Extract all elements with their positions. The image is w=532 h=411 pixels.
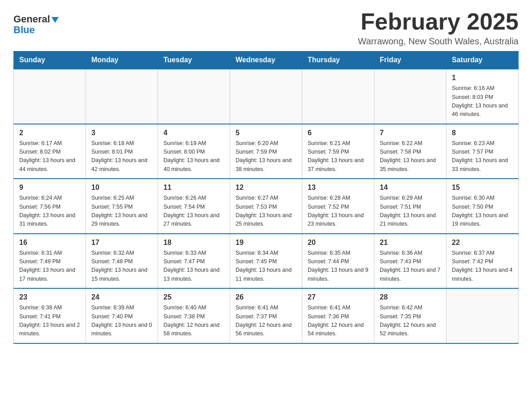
day-number: 12 (236, 184, 296, 192)
table-row: 20Sunrise: 6:35 AMSunset: 7:44 PMDayligh… (302, 234, 374, 289)
day-info: Sunrise: 6:41 AMSunset: 7:36 PMDaylight:… (308, 304, 369, 338)
calendar-week-row: 2Sunrise: 6:17 AMSunset: 8:02 PMDaylight… (14, 124, 519, 179)
table-row: 18Sunrise: 6:33 AMSunset: 7:47 PMDayligh… (158, 234, 230, 289)
day-info: Sunrise: 6:37 AMSunset: 7:42 PMDaylight:… (452, 249, 513, 284)
calendar-week-row: 23Sunrise: 6:38 AMSunset: 7:41 PMDayligh… (14, 288, 519, 343)
day-number: 21 (380, 239, 441, 247)
table-row: 21Sunrise: 6:36 AMSunset: 7:43 PMDayligh… (374, 234, 446, 289)
logo-triangle-icon (51, 17, 59, 23)
logo-blue-text: Blue (13, 24, 35, 36)
day-info: Sunrise: 6:23 AMSunset: 7:57 PMDaylight:… (452, 139, 513, 174)
day-number: 9 (19, 184, 80, 192)
table-row: 1Sunrise: 6:16 AMSunset: 8:03 PMDaylight… (446, 69, 519, 124)
calendar-week-row: 9Sunrise: 6:24 AMSunset: 7:56 PMDaylight… (14, 179, 519, 234)
day-number: 17 (91, 239, 152, 247)
table-row: 9Sunrise: 6:24 AMSunset: 7:56 PMDaylight… (14, 179, 86, 234)
day-info: Sunrise: 6:26 AMSunset: 7:54 PMDaylight:… (163, 194, 224, 229)
day-number: 6 (308, 129, 369, 137)
table-row: 13Sunrise: 6:28 AMSunset: 7:52 PMDayligh… (302, 179, 374, 234)
day-info: Sunrise: 6:24 AMSunset: 7:56 PMDaylight:… (19, 194, 80, 229)
day-info: Sunrise: 6:28 AMSunset: 7:52 PMDaylight:… (308, 194, 369, 229)
table-row: 16Sunrise: 6:31 AMSunset: 7:49 PMDayligh… (14, 234, 86, 289)
day-number: 2 (19, 129, 80, 137)
table-row: 11Sunrise: 6:26 AMSunset: 7:54 PMDayligh… (158, 179, 230, 234)
table-row: 4Sunrise: 6:19 AMSunset: 8:00 PMDaylight… (158, 124, 230, 179)
day-number: 28 (380, 293, 441, 301)
day-number: 23 (19, 293, 80, 301)
col-tuesday: Tuesday (158, 51, 230, 69)
table-row: 5Sunrise: 6:20 AMSunset: 7:59 PMDaylight… (230, 124, 302, 179)
table-row: 23Sunrise: 6:38 AMSunset: 7:41 PMDayligh… (14, 288, 86, 343)
day-info: Sunrise: 6:25 AMSunset: 7:55 PMDaylight:… (91, 194, 152, 229)
col-thursday: Thursday (302, 51, 374, 69)
day-info: Sunrise: 6:32 AMSunset: 7:48 PMDaylight:… (91, 249, 152, 284)
day-info: Sunrise: 6:38 AMSunset: 7:41 PMDaylight:… (19, 304, 80, 338)
day-info: Sunrise: 6:33 AMSunset: 7:47 PMDaylight:… (163, 249, 224, 284)
table-row: 3Sunrise: 6:18 AMSunset: 8:01 PMDaylight… (86, 124, 158, 179)
day-info: Sunrise: 6:30 AMSunset: 7:50 PMDaylight:… (452, 194, 513, 229)
table-row (446, 288, 519, 343)
table-row: 8Sunrise: 6:23 AMSunset: 7:57 PMDaylight… (446, 124, 519, 179)
day-info: Sunrise: 6:36 AMSunset: 7:43 PMDaylight:… (380, 249, 441, 284)
day-number: 26 (236, 293, 296, 301)
table-row: 2Sunrise: 6:17 AMSunset: 8:02 PMDaylight… (14, 124, 86, 179)
day-number: 8 (452, 129, 513, 137)
day-info: Sunrise: 6:42 AMSunset: 7:35 PMDaylight:… (380, 304, 441, 338)
table-row: 17Sunrise: 6:32 AMSunset: 7:48 PMDayligh… (86, 234, 158, 289)
calendar-table: Sunday Monday Tuesday Wednesday Thursday… (13, 51, 519, 344)
day-number: 13 (308, 184, 369, 192)
day-number: 24 (91, 293, 152, 301)
day-number: 16 (19, 239, 80, 247)
table-row (374, 69, 446, 124)
day-info: Sunrise: 6:21 AMSunset: 7:59 PMDaylight:… (308, 139, 369, 174)
table-row: 28Sunrise: 6:42 AMSunset: 7:35 PMDayligh… (374, 288, 446, 343)
table-row: 6Sunrise: 6:21 AMSunset: 7:59 PMDaylight… (302, 124, 374, 179)
day-info: Sunrise: 6:18 AMSunset: 8:01 PMDaylight:… (91, 139, 152, 174)
logo-general-text: General (13, 13, 50, 25)
day-info: Sunrise: 6:40 AMSunset: 7:38 PMDaylight:… (163, 304, 224, 338)
day-number: 14 (380, 184, 441, 192)
day-info: Sunrise: 6:27 AMSunset: 7:53 PMDaylight:… (236, 194, 296, 229)
col-monday: Monday (86, 51, 158, 69)
table-row (230, 69, 302, 124)
table-row: 14Sunrise: 6:29 AMSunset: 7:51 PMDayligh… (374, 179, 446, 234)
calendar-subtitle: Warrawong, New South Wales, Australia (358, 36, 519, 47)
table-row: 7Sunrise: 6:22 AMSunset: 7:58 PMDaylight… (374, 124, 446, 179)
page-header: General Blue February 2025 Warrawong, Ne… (13, 9, 519, 47)
table-row: 12Sunrise: 6:27 AMSunset: 7:53 PMDayligh… (230, 179, 302, 234)
calendar-week-row: 1Sunrise: 6:16 AMSunset: 8:03 PMDaylight… (14, 69, 519, 124)
day-number: 27 (308, 293, 369, 301)
day-info: Sunrise: 6:17 AMSunset: 8:02 PMDaylight:… (19, 139, 80, 174)
day-number: 1 (452, 74, 513, 82)
day-info: Sunrise: 6:34 AMSunset: 7:45 PMDaylight:… (236, 249, 296, 284)
day-info: Sunrise: 6:31 AMSunset: 7:49 PMDaylight:… (19, 249, 80, 284)
day-info: Sunrise: 6:19 AMSunset: 8:00 PMDaylight:… (163, 139, 224, 174)
day-number: 3 (91, 129, 152, 137)
day-info: Sunrise: 6:39 AMSunset: 7:40 PMDaylight:… (91, 304, 152, 338)
calendar-header-row: Sunday Monday Tuesday Wednesday Thursday… (14, 51, 519, 69)
day-number: 22 (452, 239, 513, 247)
day-info: Sunrise: 6:41 AMSunset: 7:37 PMDaylight:… (236, 304, 296, 338)
day-number: 4 (163, 129, 224, 137)
day-number: 25 (163, 293, 224, 301)
col-wednesday: Wednesday (230, 51, 302, 69)
calendar-week-row: 16Sunrise: 6:31 AMSunset: 7:49 PMDayligh… (14, 234, 519, 289)
day-number: 19 (236, 239, 296, 247)
table-row: 22Sunrise: 6:37 AMSunset: 7:42 PMDayligh… (446, 234, 519, 289)
day-info: Sunrise: 6:22 AMSunset: 7:58 PMDaylight:… (380, 139, 441, 174)
table-row (14, 69, 86, 124)
col-sunday: Sunday (14, 51, 86, 69)
title-section: February 2025 Warrawong, New South Wales… (358, 9, 519, 47)
day-number: 5 (236, 129, 296, 137)
table-row: 26Sunrise: 6:41 AMSunset: 7:37 PMDayligh… (230, 288, 302, 343)
table-row (86, 69, 158, 124)
table-row: 27Sunrise: 6:41 AMSunset: 7:36 PMDayligh… (302, 288, 374, 343)
day-number: 20 (308, 239, 369, 247)
day-info: Sunrise: 6:20 AMSunset: 7:59 PMDaylight:… (236, 139, 296, 174)
day-number: 11 (163, 184, 224, 192)
day-number: 7 (380, 129, 441, 137)
col-saturday: Saturday (446, 51, 519, 69)
calendar-title: February 2025 (358, 9, 519, 34)
table-row: 19Sunrise: 6:34 AMSunset: 7:45 PMDayligh… (230, 234, 302, 289)
table-row: 10Sunrise: 6:25 AMSunset: 7:55 PMDayligh… (86, 179, 158, 234)
